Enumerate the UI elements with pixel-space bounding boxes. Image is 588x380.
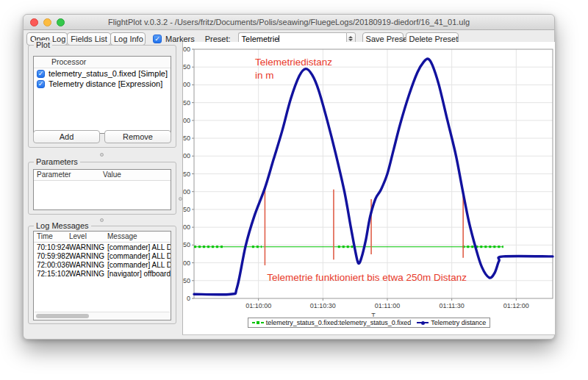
plot-items: ✓telemetry_status_0.fixed [Simple]✓Telem… [34,68,171,89]
svg-text:01:10:00: 01:10:00 [245,302,271,309]
value-column-header: Value [101,171,171,179]
svg-text:Telemetriedistanz: Telemetriedistanz [255,57,332,68]
log-messages-panel-title: Log Messages [34,221,91,230]
svg-text:01:11:30: 01:11:30 [439,302,464,309]
log-cell-message: [commander] ALL DAT [107,252,171,260]
log-row[interactable]: 70:10:924WARNING[commander] ALL DAT [34,243,171,251]
legend-label: telemetry_status_0.fixed:telemetry_statu… [266,319,412,326]
parameters-panel-title: Parameters [34,157,80,166]
svg-text:400: 400 [183,152,190,159]
svg-text:T: T [371,312,376,317]
legend-label: Telemetry distance [431,319,486,326]
minimize-button-icon[interactable] [43,18,51,26]
svg-text:50: 50 [183,277,190,284]
legend-item: telemetry_status_0.fixed:telemetry_statu… [252,319,412,326]
scrollbar-thumb[interactable] [36,314,89,318]
plot-processor-list[interactable]: Processor ✓telemetry_status_0.fixed [Sim… [33,56,171,134]
window-title: FlightPlot v.0.3.2 - /Users/fritz/Docume… [108,18,470,26]
log-cell-time: 70:10:924 [34,243,69,251]
legend-box: telemetry_status_0.fixed:telemetry_statu… [248,318,491,328]
log-row[interactable]: 72:00:036WARNING[commander] ALL DAT [34,260,171,269]
svg-text:150: 150 [183,241,190,248]
log-cell-level: WARNING [69,252,107,260]
svg-text:450: 450 [183,135,190,142]
plot-panel: Plot Processor ✓telemetry_status_0.fixed… [28,45,176,148]
time-column-header: Time [34,232,69,240]
plot-item[interactable]: ✓Telemetry distance [Expression] [34,79,171,89]
plot-item-label: Telemetry distance [Expression] [49,79,162,88]
fields-list-button[interactable]: Fields List [67,32,111,46]
remove-button[interactable]: Remove [104,130,171,143]
log-cell-message: [commander] ALL DAT [107,243,171,251]
close-button-icon[interactable] [30,18,38,26]
zoom-button-icon[interactable] [57,18,65,26]
add-button[interactable]: Add [33,130,100,143]
svg-text:250: 250 [183,206,190,213]
log-cell-level: WARNING [69,243,107,251]
svg-text:01:12:00: 01:12:00 [503,302,529,309]
chart-canvas[interactable]: 0501001502002503003504004505005506006507… [183,42,556,317]
splitter-handle-icon[interactable] [100,218,104,222]
svg-text:700: 700 [183,46,190,53]
svg-text:650: 650 [183,63,190,71]
parameter-column-header: Parameter [34,171,101,179]
svg-text:0: 0 [187,295,190,302]
markers-checkbox[interactable]: ✓ [153,35,162,43]
parameters-panel: Parameters Parameter Value [28,162,176,215]
flightplot-window: FlightPlot v.0.3.2 - /Users/fritz/Docume… [23,14,555,340]
chart-legend: telemetry_status_0.fixed:telemetry_statu… [183,318,555,328]
level-column-header: Level [69,232,107,240]
legend-swatch-green-icon [252,322,264,323]
svg-text:350: 350 [183,171,190,178]
legend-item: Telemetry distance [417,319,486,326]
log-cell-time: 72:15:102 [34,270,69,278]
log-messages-panel: Log Messages Time Level Message 70:10:92… [28,226,176,324]
log-cell-level: WARNING [69,261,107,269]
log-rows: 70:10:924WARNING[commander] ALL DAT70:59… [34,243,171,278]
title-bar[interactable]: FlightPlot v.0.3.2 - /Users/fritz/Docume… [24,15,554,30]
plot-item-checkbox[interactable]: ✓ [37,70,45,78]
svg-text:100: 100 [183,259,190,267]
parameters-table[interactable]: Parameter Value [33,169,171,210]
svg-text:in m: in m [255,70,274,81]
log-info-button[interactable]: Log Info [110,32,146,46]
svg-text:300: 300 [183,188,190,196]
log-messages-table[interactable]: Time Level Message 70:10:924WARNING[comm… [33,231,171,320]
legend-swatch-blue-icon [417,322,429,323]
svg-text:500: 500 [183,117,190,124]
plot-item[interactable]: ✓telemetry_status_0.fixed [Simple] [34,68,171,79]
svg-text:550: 550 [183,99,190,107]
log-cell-time: 70:59:982 [34,252,69,260]
message-column-header: Message [107,232,171,240]
log-cell-time: 72:00:036 [34,261,69,269]
processor-column-header: Processor [34,57,171,68]
svg-text:01:11:00: 01:11:00 [375,302,400,309]
log-row[interactable]: 70:59:982WARNING[commander] ALL DAT [34,251,171,260]
svg-text:200: 200 [183,223,190,231]
log-cell-level: WARNING [69,270,107,278]
log-cell-message: [navigator] offboard m [107,270,171,278]
plot-panel-title: Plot [34,40,52,49]
horizontal-scrollbar[interactable] [35,312,170,319]
log-cell-message: [commander] ALL DAT [107,261,171,269]
svg-text:01:10:30: 01:10:30 [310,302,336,309]
plot-item-checkbox[interactable]: ✓ [37,80,45,88]
chart-area: 0501001502002503003504004505005506006507… [182,42,555,335]
plot-item-label: telemetry_status_0.fixed [Simple] [49,69,168,78]
splitter-handle-icon[interactable] [100,153,104,157]
svg-text:Telemetrie funktioniert bis et: Telemetrie funktioniert bis etwa 250m Di… [267,272,467,283]
svg-text:600: 600 [183,81,190,88]
log-row[interactable]: 72:15:102WARNING[navigator] offboard m [34,269,171,278]
